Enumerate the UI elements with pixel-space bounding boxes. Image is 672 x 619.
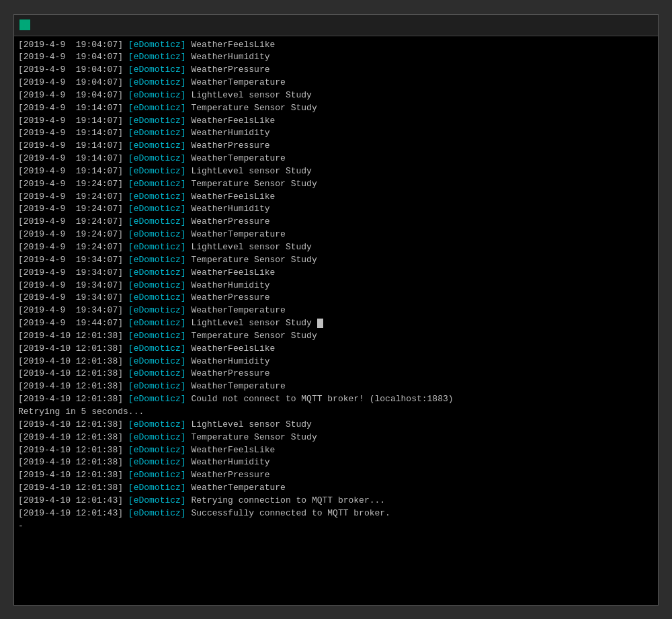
log-line: [2019-4-10 12:01:43] [eDomoticz] Retryin…	[18, 495, 654, 507]
log-line: [2019-4-9 19:04:07] [eDomoticz] LightLev…	[18, 89, 654, 102]
log-line: [2019-4-10 12:01:38] [eDomoticz] Weather…	[18, 456, 654, 469]
svg-text:C:\: C:\	[22, 22, 30, 29]
log-line: Retrying in 5 seconds...	[18, 406, 654, 419]
log-line: [2019-4-9 19:24:07] [eDomoticz] LightLev…	[18, 241, 654, 254]
log-line: [2019-4-9 19:14:07] [eDomoticz] WeatherH…	[18, 127, 654, 140]
prompt-line: -	[18, 520, 654, 533]
log-line: [2019-4-10 12:01:38] [eDomoticz] Tempera…	[18, 431, 654, 444]
log-line: [2019-4-9 19:44:07] [eDomoticz] LightLev…	[18, 317, 654, 330]
terminal-container: [2019-4-9 19:04:07] [eDomoticz] WeatherF…	[14, 36, 658, 605]
minimize-button[interactable]	[585, 17, 607, 33]
terminal-output[interactable]: [2019-4-9 19:04:07] [eDomoticz] WeatherF…	[14, 36, 658, 605]
terminal-cursor	[317, 319, 323, 328]
log-line: [2019-4-10 12:01:38] [eDomoticz] Weather…	[18, 380, 654, 393]
log-line: [2019-4-10 12:01:38] [eDomoticz] Weather…	[18, 469, 654, 482]
log-line: [2019-4-9 19:34:07] [eDomoticz] WeatherT…	[18, 304, 654, 317]
log-line: [2019-4-9 19:14:07] [eDomoticz] WeatherF…	[18, 115, 654, 128]
log-line: [2019-4-9 19:04:07] [eDomoticz] WeatherT…	[18, 77, 654, 89]
log-line: [2019-4-9 19:24:07] [eDomoticz] WeatherH…	[18, 203, 654, 216]
log-line: [2019-4-9 19:34:07] [eDomoticz] WeatherP…	[18, 292, 654, 304]
log-line: [2019-4-9 19:34:07] [eDomoticz] Temperat…	[18, 254, 654, 267]
terminal-window: C:\ [2019-4-9 19:04:07] [eDomoticz] Weat…	[13, 14, 659, 606]
log-line: [2019-4-10 12:01:38] [eDomoticz] Weather…	[18, 444, 654, 457]
log-line: [2019-4-9 19:04:07] [eDomoticz] WeatherP…	[18, 64, 654, 77]
log-line: [2019-4-9 19:34:07] [eDomoticz] WeatherH…	[18, 280, 654, 292]
log-line: [2019-4-10 12:01:38] [eDomoticz] Could n…	[18, 393, 654, 406]
log-line: [2019-4-9 19:24:07] [eDomoticz] WeatherF…	[18, 191, 654, 204]
log-line: [2019-4-10 12:01:38] [eDomoticz] Tempera…	[18, 330, 654, 343]
log-line: [2019-4-9 19:34:07] [eDomoticz] WeatherF…	[18, 267, 654, 280]
log-line: [2019-4-10 12:01:38] [eDomoticz] Weather…	[18, 343, 654, 356]
log-line: [2019-4-9 19:14:07] [eDomoticz] WeatherT…	[18, 153, 654, 165]
log-line: [2019-4-9 19:24:07] [eDomoticz] WeatherT…	[18, 229, 654, 241]
log-line: [2019-4-9 19:14:07] [eDomoticz] Temperat…	[18, 102, 654, 115]
log-line: [2019-4-9 19:24:07] [eDomoticz] WeatherP…	[18, 216, 654, 229]
log-line: [2019-4-10 12:01:38] [eDomoticz] Weather…	[18, 356, 654, 368]
window-controls	[585, 17, 653, 33]
app-icon: C:\	[19, 19, 30, 30]
log-line: [2019-4-10 12:01:38] [eDomoticz] LightLe…	[18, 419, 654, 431]
maximize-button[interactable]	[608, 17, 630, 33]
log-line: [2019-4-9 19:14:07] [eDomoticz] LightLev…	[18, 165, 654, 178]
close-button[interactable]	[631, 17, 653, 33]
log-line: [2019-4-10 12:01:38] [eDomoticz] Weather…	[18, 368, 654, 380]
log-line: [2019-4-9 19:24:07] [eDomoticz] Temperat…	[18, 178, 654, 191]
log-line: [2019-4-9 19:14:07] [eDomoticz] WeatherP…	[18, 140, 654, 153]
title-bar: C:\	[14, 15, 658, 36]
log-line: [2019-4-10 12:01:43] [eDomoticz] Success…	[18, 507, 654, 520]
log-line: [2019-4-9 19:04:07] [eDomoticz] WeatherH…	[18, 51, 654, 64]
log-line: [2019-4-9 19:04:07] [eDomoticz] WeatherF…	[18, 39, 654, 52]
log-line: [2019-4-10 12:01:38] [eDomoticz] Weather…	[18, 482, 654, 495]
